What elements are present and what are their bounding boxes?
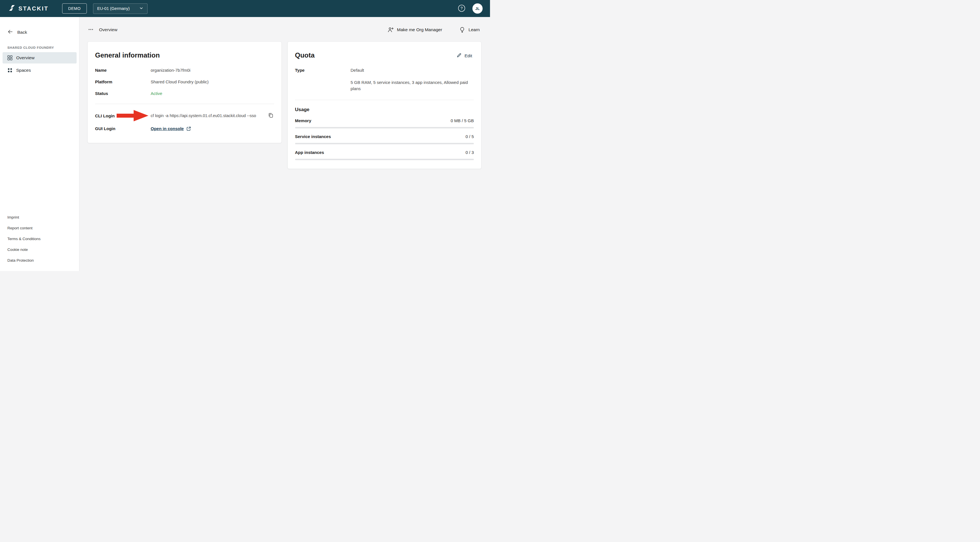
body-row: Back SHARED CLOUD FOUNDRY Overview [0, 17, 490, 271]
app-window: STACKIT DEMO EU-01 (Germany) ? JL [0, 0, 490, 271]
divider [95, 104, 274, 104]
sidebar-item-spaces[interactable]: Spaces [3, 65, 76, 76]
region-select[interactable]: EU-01 (Germany) [93, 3, 148, 14]
service-instances-label: Service instances [295, 134, 331, 139]
breadcrumb-current: Overview [99, 27, 118, 32]
name-row: Name organization-7b7fm0i [95, 64, 274, 76]
sidebar: Back SHARED CLOUD FOUNDRY Overview [0, 17, 80, 271]
quota-card: Quota Edit Type Default [287, 41, 482, 169]
topbar-right: ? JL [458, 3, 483, 14]
quota-description: 5 GB RAM, 5 service instances, 3 app ins… [351, 79, 474, 92]
external-link-icon [186, 127, 191, 131]
open-in-console-link[interactable]: Open in console [151, 126, 191, 131]
edit-label: Edit [465, 53, 472, 59]
general-information-card: General information Name organization-7b… [88, 41, 282, 143]
help-button[interactable]: ? [458, 4, 466, 13]
ellipsis-icon [88, 27, 94, 33]
chevron-down-icon [139, 6, 143, 11]
footer-link-cookie-note[interactable]: Cookie note [7, 247, 72, 252]
status-label: Status [95, 91, 151, 96]
quota-type-value: Default [351, 68, 364, 73]
help-icon: ? [458, 4, 466, 13]
memory-value: 0 MB / 5 GB [450, 118, 474, 123]
memory-progress-bar [295, 127, 474, 128]
quota-type-row: Type Default [295, 64, 474, 76]
usage-row-memory: Memory 0 MB / 5 GB [295, 118, 474, 128]
app-instances-label: App instances [295, 150, 324, 155]
status-row: Status Active [95, 87, 274, 99]
pencil-icon [457, 53, 461, 59]
sidebar-item-overview[interactable]: Overview [3, 52, 76, 63]
service-instances-value: 0 / 5 [466, 134, 474, 139]
open-in-console-label: Open in console [151, 126, 184, 131]
cli-login-row: CLI Login cf login -a https://api.system… [95, 109, 274, 123]
breadcrumb: Overview [88, 26, 118, 34]
platform-label: Platform [95, 79, 151, 84]
spaces-grid-icon [7, 68, 13, 73]
footer-link-terms[interactable]: Terms & Conditions [7, 237, 72, 241]
name-value: organization-7b7fm0i [151, 68, 190, 73]
footer-link-imprint[interactable]: Imprint [7, 215, 72, 219]
topbar-left: STACKIT DEMO EU-01 (Germany) [8, 3, 148, 14]
usage-row-service-instances: Service instances 0 / 5 [295, 134, 474, 144]
quota-description-row: 5 GB RAM, 5 service instances, 3 app ins… [295, 76, 474, 95]
brand-name: STACKIT [18, 5, 49, 12]
breadcrumb-menu-button[interactable] [88, 26, 94, 34]
quota-title: Quota [295, 51, 315, 59]
cards-row: General information Name organization-7b… [88, 41, 482, 169]
lightbulb-icon [459, 27, 465, 33]
demo-button[interactable]: DEMO [62, 3, 86, 14]
region-select-value: EU-01 (Germany) [97, 6, 130, 11]
sidebar-section-title: SHARED CLOUD FOUNDRY [0, 36, 79, 52]
back-label: Back [17, 30, 27, 35]
footer-link-report-content[interactable]: Report content [7, 226, 72, 230]
main-content: Overview Make me Org Manager [80, 17, 490, 271]
quota-header: Quota Edit [295, 50, 474, 64]
general-information-title: General information [95, 51, 274, 59]
topbar: STACKIT DEMO EU-01 (Germany) ? JL [0, 0, 490, 17]
sidebar-item-label: Spaces [16, 68, 31, 73]
svg-text:?: ? [460, 6, 463, 11]
overview-grid-icon [7, 55, 13, 60]
learn-button[interactable]: Learn [457, 26, 482, 33]
make-me-org-manager-button[interactable]: Make me Org Manager [386, 26, 444, 33]
copy-icon [268, 113, 274, 119]
platform-value: Shared Cloud Foundry (public) [151, 79, 208, 84]
edit-quota-button[interactable]: Edit [455, 52, 474, 59]
header-actions: Make me Org Manager Learn [386, 26, 482, 33]
arrow-left-icon [7, 29, 13, 36]
sidebar-nav: Overview Spaces [0, 52, 79, 76]
cli-login-label: CLI Login [95, 113, 151, 118]
gui-login-row: GUI Login Open in console [95, 123, 274, 135]
app-instances-value: 0 / 3 [466, 150, 474, 155]
usage-row-app-instances: App instances 0 / 3 [295, 150, 474, 160]
back-button[interactable]: Back [0, 17, 79, 36]
status-badge: Active [151, 91, 162, 96]
service-instances-progress-bar [295, 143, 474, 144]
app-instances-progress-bar [295, 159, 474, 160]
cli-login-command: cf login -a https://api.system.01.cf.eu0… [151, 113, 256, 118]
gui-login-label: GUI Login [95, 126, 151, 131]
quota-type-label: Type [295, 68, 351, 73]
memory-label: Memory [295, 118, 312, 123]
platform-row: Platform Shared Cloud Foundry (public) [95, 76, 274, 87]
learn-label: Learn [468, 27, 480, 32]
main-header: Overview Make me Org Manager [88, 24, 482, 36]
footer-link-data-protection[interactable]: Data Protection [7, 258, 72, 263]
person-plus-icon [388, 27, 394, 33]
sidebar-item-label: Overview [16, 55, 35, 60]
copy-button[interactable] [267, 112, 274, 119]
stackit-logo-icon [8, 5, 15, 13]
stackit-logo[interactable]: STACKIT [8, 5, 49, 13]
usage-title: Usage [295, 107, 474, 113]
name-label: Name [95, 68, 151, 73]
make-me-org-manager-label: Make me Org Manager [397, 27, 442, 32]
user-avatar[interactable]: JL [473, 3, 483, 14]
quota-description-spacer [295, 79, 351, 92]
sidebar-footer: Imprint Report content Terms & Condition… [0, 215, 79, 271]
